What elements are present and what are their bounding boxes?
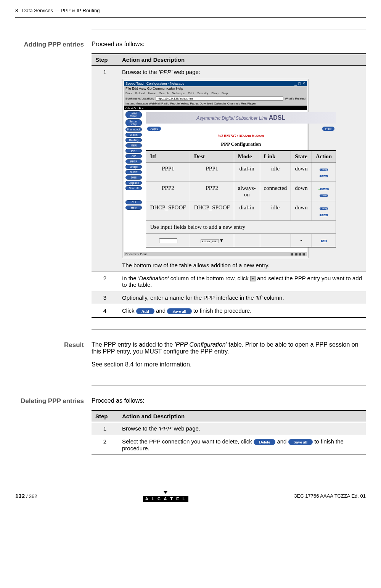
nav-mer[interactable]: MER [125,143,142,148]
step-num: 1 [92,422,118,435]
stop-button[interactable]: Stop [222,92,228,95]
step-num: 1 [92,66,118,272]
th-itf: Itf [146,151,190,162]
search-button[interactable]: Search [159,92,169,95]
home-button[interactable]: Home [148,92,156,95]
deleting-steps-table: Step Action and Description 1 Browse to … [92,410,366,455]
add-button[interactable]: Add [321,240,327,242]
delete-button[interactable]: Delete [320,214,328,216]
th-action: Action [312,151,336,162]
config-button[interactable]: Config [320,207,328,210]
nav-help[interactable]: Help [125,206,142,210]
result-label: Result [15,341,92,374]
nav-cip[interactable]: CIP [125,154,142,158]
main-content: Asymmetric Digital Subscriber Line ADSL … [143,110,338,252]
nav-routing[interactable]: Routing [125,138,142,142]
nav-bridge[interactable]: Bridge [125,165,142,169]
shop-button[interactable]: Shop [211,92,219,95]
status-icon: ● [318,188,320,190]
chapter-number: 8 [15,8,18,13]
step-num: 2 [92,435,118,455]
adsl-banner: Asymmetric Digital Subscriber Line ADSL [146,112,336,124]
col-step: Step [92,410,118,422]
back-button[interactable]: Back [125,92,132,95]
nav-cli[interactable]: CLI [125,200,142,204]
table-row: 1 Browse to the 'PPP' web page: Speed To… [92,66,366,272]
step-num: 2 [92,272,118,291]
alcatel-logo: A L C A T E L [143,496,188,502]
status-bar: Document Done ▦ ▦ ▦ ▦ [124,252,307,256]
toolbar: Back Reload Home Search Netscape Print S… [124,91,307,96]
nav-system-setup[interactable]: System setup [125,119,142,126]
itf-input[interactable] [159,238,177,243]
nav-dns[interactable]: DNS [125,175,142,180]
config-button[interactable]: Config [320,188,329,190]
table-header-row: Step Action and Description [92,410,366,422]
table-row: 4 Click Add and Save all to finish the p… [92,304,366,318]
delete-button[interactable]: Delete [320,175,328,177]
table-row: RELAY_PPP1 ▾ - Add [146,234,336,247]
content-area: Initial Setup System setup Phonebook Dia… [124,110,307,252]
sidebar: Initial Setup System setup Phonebook Dia… [124,110,143,252]
triangle-down-icon [164,491,167,494]
section-divider [92,467,366,467]
nav-save-all[interactable]: Save all [125,186,142,190]
bookmarks-label[interactable]: Bookmarks [125,97,141,100]
config-button[interactable]: Config [320,169,328,171]
header-rule [15,17,366,18]
nav-pptp[interactable]: PPTP [125,159,142,164]
help-button[interactable]: Help [322,127,334,131]
nav-initial-setup[interactable]: Initial Setup [125,111,142,118]
th-state: State [291,151,312,162]
status-text: Document Done [125,252,148,256]
table-row: 2 In the 'Destination' column of the bot… [92,272,366,291]
step-desc: Browse to the 'PPP' web page: Speed Touc… [118,66,366,272]
step-desc: Browse to the 'PPP' web page. [118,422,366,435]
th-link: Link [260,151,291,162]
table-row: PPP2 PPP2 always-on connected down ●Conf… [146,182,336,201]
nav-phonebook[interactable]: Phonebook [125,127,142,132]
apply-button[interactable]: Apply [147,127,161,131]
page-number: 132 / 362 [15,493,37,499]
whats-related[interactable]: What's Related [285,97,305,100]
table-row: PPP1 PPP1 dial-in idle down ConfigDelete [146,162,336,182]
nav-dial-in[interactable]: Dial-in [125,133,142,137]
nav-dhcp[interactable]: DHCP [125,170,142,174]
netscape-button[interactable]: Netscape [172,92,185,95]
th-mode: Mode [234,151,260,162]
result-para-1: The PPP entry is added to the 'PPP Confi… [92,341,366,355]
table-row: Use input fields below to add a new entr… [146,221,336,234]
table-row: 3 Optionally, enter a name for the PPP i… [92,291,366,304]
save-all-button-inline: Save all [167,308,191,314]
result-para-2: See section 8.4 for more information. [92,361,366,368]
reload-button[interactable]: Reload [135,92,145,95]
dropdown-icon [250,276,256,281]
window-title-bar: Speed Touch Configuration - Netscape ▁ ▢… [124,81,307,86]
delete-button[interactable]: Delete [320,194,328,197]
menu-bar: File Edit View Go Communicator Help [124,86,307,91]
step-num: 3 [92,291,118,304]
dest-select[interactable]: RELAY_PPP1 [201,239,219,243]
step-desc: In the 'Destination' column of the botto… [118,272,366,291]
deleting-label: Deleting PPP entries [15,397,92,455]
ppp-config-title: PPP Configuration [146,141,336,147]
print-button[interactable]: Print [188,92,194,95]
security-button[interactable]: Security [197,92,208,95]
status-icons: ▦ ▦ ▦ ▦ [291,252,305,256]
th-dest: Dest [190,151,234,162]
section-divider [92,386,366,386]
save-all-button-inline: Save all [288,439,313,445]
nav-ppp[interactable]: PPP [125,149,142,153]
section-divider [92,29,366,29]
adding-label: Adding PPP entries [15,41,92,318]
location-input[interactable]: http://10.0.0.138/index.htm [156,96,283,101]
nav-upgrade[interactable]: Upgrade [125,181,142,185]
step-desc: Click Add and Save all to finish the pro… [118,304,366,318]
result-content: The PPP entry is added to the 'PPP Confi… [92,341,366,374]
page-footer: 132 / 362 A L C A T E L 3EC 17766 AAAA T… [15,490,366,501]
alcatel-brand: ALCATEL [124,106,307,110]
links-bar: Instant Message WebMail Radio People Yel… [124,101,307,106]
col-step: Step [92,54,118,66]
step-desc: Optionally, enter a name for the PPP int… [118,291,366,304]
adding-steps-table: Step Action and Description 1 Browse to … [92,53,366,318]
